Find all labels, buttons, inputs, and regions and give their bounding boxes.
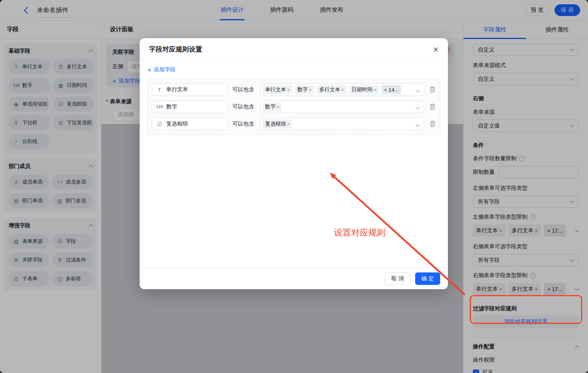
remove-tag-icon[interactable] xyxy=(309,87,312,93)
tag: 数字 xyxy=(295,85,314,94)
tag: 单行文本 xyxy=(263,85,292,94)
rule-list: T单行文本 可以包含 单行文本 数字 多行文本 日期时间 + 14... 123… xyxy=(147,79,440,135)
remove-tag-icon[interactable] xyxy=(373,87,377,93)
rule-row: ☑复选框组 可以包含 复选框组 xyxy=(152,118,436,130)
remove-tag-icon[interactable] xyxy=(341,87,344,93)
delete-row-button[interactable] xyxy=(429,86,436,93)
trash-icon xyxy=(429,86,436,93)
tag: 数字 xyxy=(263,102,282,111)
app-window: 未命名插件 插件设计 插件源码 插件发布 预览 保存 字段 设计面板 字段属性 … xyxy=(0,0,588,373)
tag-overflow: + 14... xyxy=(382,85,401,94)
close-icon[interactable]: × xyxy=(433,45,439,54)
dialog-add-field-link[interactable]: 添加字段 xyxy=(147,66,176,73)
trash-icon xyxy=(429,103,436,110)
rule-field-select[interactable]: 123数字 xyxy=(152,101,227,113)
rule-contain-multiselect[interactable]: 数字 xyxy=(260,101,424,113)
contain-label: 可以包含 xyxy=(232,103,256,110)
field-rule-dialog: 字段对应规则设置 × 添加字段 T单行文本 可以包含 单行文本 数字 多行文本 … xyxy=(140,38,448,289)
chevron-down-icon xyxy=(416,105,420,109)
contain-label: 可以包含 xyxy=(232,120,256,127)
tag: 复选框组 xyxy=(263,119,292,129)
rule-row: T单行文本 可以包含 单行文本 数字 多行文本 日期时间 + 14... xyxy=(152,83,436,96)
trash-icon xyxy=(429,120,436,127)
tag: 多行文本 xyxy=(317,85,346,94)
contain-label: 可以包含 xyxy=(232,86,256,93)
remove-tag-icon[interactable] xyxy=(287,87,290,93)
rule-contain-multiselect[interactable]: 单行文本 数字 多行文本 日期时间 + 14... xyxy=(260,83,424,96)
rule-field-select[interactable]: ☑复选框组 xyxy=(152,118,227,130)
tag: 日期时间 xyxy=(349,85,379,94)
cancel-button[interactable]: 取消 xyxy=(385,272,410,285)
remove-tag-icon[interactable] xyxy=(276,104,279,110)
plus-icon xyxy=(147,67,151,73)
dialog-title: 字段对应规则设置 xyxy=(149,45,202,54)
checkbox-group-icon: ☑ xyxy=(156,121,163,127)
chevron-down-icon xyxy=(416,122,420,126)
delete-row-button[interactable] xyxy=(429,120,436,127)
remove-tag-icon[interactable] xyxy=(287,121,290,127)
rule-field-select[interactable]: T单行文本 xyxy=(152,83,227,96)
text-icon: T xyxy=(156,87,163,93)
number-icon: 123 xyxy=(156,105,163,109)
confirm-button[interactable]: 确定 xyxy=(415,272,440,285)
rule-contain-multiselect[interactable]: 复选框组 xyxy=(260,118,424,130)
chevron-down-icon xyxy=(416,88,420,92)
rule-row: 123数字 可以包含 数字 xyxy=(152,101,436,113)
delete-row-button[interactable] xyxy=(429,103,436,110)
